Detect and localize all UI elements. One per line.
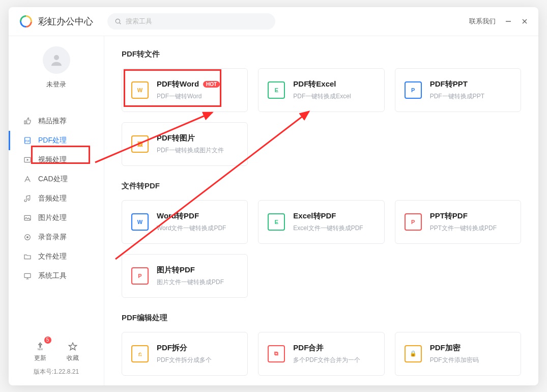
card-subtitle: PDF文件拆分成多个 xyxy=(157,356,212,365)
card-pdf-to-image[interactable]: 🖼 PDF转图片 PDF一键转换成图片文件 xyxy=(122,122,248,166)
card-grid: ⎌ PDF拆分 PDF文件拆分成多个 ⧉ PDF合并 多个PDF文件合并为一个 … xyxy=(122,332,521,376)
excel-icon: E xyxy=(268,213,285,231)
card-grid: W Word转PDF Word文件一键转换成PDF E Excel转PDF Ex… xyxy=(122,200,521,298)
svg-marker-13 xyxy=(27,159,29,161)
svg-marker-21 xyxy=(69,343,76,350)
card-title: PDF加密 xyxy=(430,343,479,353)
sidebar-item-label: 精品推荐 xyxy=(38,117,67,126)
card-title: PDF转Word xyxy=(157,79,199,89)
sidebar-item-cad[interactable]: CAD处理 xyxy=(9,170,104,189)
svg-rect-14 xyxy=(24,215,31,220)
card-image-to-pdf[interactable]: P 图片转PDF 图片文件一键转换成PDF xyxy=(122,254,248,298)
image-file-icon: 🖼 xyxy=(131,135,149,153)
card-title: Word转PDF xyxy=(157,211,226,221)
sidebar-item-label: CAD处理 xyxy=(38,175,68,184)
avatar xyxy=(43,46,70,74)
audio-icon xyxy=(23,194,32,203)
excel-icon: E xyxy=(268,81,285,99)
favorite-label: 收藏 xyxy=(67,354,79,362)
card-subtitle: Word文件一键转换成PDF xyxy=(157,224,226,233)
update-button[interactable]: 5 NEW 更新 xyxy=(34,341,46,362)
app-window: 彩虹办公中心 联系我们 xyxy=(9,7,538,385)
card-ppt-to-pdf[interactable]: P PPT转PDF PPT文件一键转换成PDF xyxy=(395,200,521,244)
card-subtitle: 多个PDF文件合并为一个 xyxy=(293,356,360,365)
word-icon: W xyxy=(131,213,149,231)
card-subtitle: PDF文件添加密码 xyxy=(430,356,479,365)
card-pdf-encrypt[interactable]: 🔒 PDF加密 PDF文件添加密码 xyxy=(395,332,521,376)
sidebar-item-label: 文件处理 xyxy=(38,252,67,261)
video-icon xyxy=(23,155,32,164)
login-label: 未登录 xyxy=(46,80,66,89)
sidebar-item-label: 图片处理 xyxy=(38,213,67,222)
sidebar-item-video[interactable]: 视频处理 xyxy=(9,150,104,170)
svg-point-4 xyxy=(116,19,120,23)
card-title: PDF合并 xyxy=(293,343,360,353)
minimize-icon xyxy=(505,18,511,24)
card-word-to-pdf[interactable]: W Word转PDF Word文件一键转换成PDF xyxy=(122,200,248,244)
card-title: PDF拆分 xyxy=(157,343,212,353)
card-subtitle: Excel文件一键转换成PDF xyxy=(293,224,363,233)
section-title: PDF转文件 xyxy=(122,49,521,59)
sidebar-item-label: 视频处理 xyxy=(38,155,67,164)
user-block[interactable]: 未登录 xyxy=(9,36,104,101)
pdf-icon: PDF xyxy=(23,136,32,145)
sidebar-item-label: PDF处理 xyxy=(38,136,67,145)
card-subtitle: PDF一键转换成Excel xyxy=(293,92,351,101)
card-subtitle: PDF一键转Word xyxy=(157,92,220,101)
svg-point-16 xyxy=(26,236,28,238)
search-box[interactable] xyxy=(107,13,275,30)
sidebar-item-record[interactable]: 录音录屏 xyxy=(9,228,104,247)
cad-icon xyxy=(23,175,32,184)
search-icon xyxy=(114,18,122,25)
sidebar-item-label: 录音录屏 xyxy=(38,233,67,242)
card-pdf-to-word[interactable]: W PDF转Word HOT PDF一键转Word xyxy=(122,68,248,112)
user-icon xyxy=(49,52,64,68)
search-input[interactable] xyxy=(126,17,268,25)
card-subtitle: PDF一键转换成PPT xyxy=(430,92,484,101)
favorite-button[interactable]: 收藏 xyxy=(67,341,79,362)
card-pdf-to-excel[interactable]: E PDF转Excel PDF一键转换成Excel xyxy=(258,68,384,112)
image-icon xyxy=(23,213,32,222)
card-excel-to-pdf[interactable]: E Excel转PDF Excel文件一键转换成PDF xyxy=(258,200,384,244)
card-subtitle: PPT文件一键转换成PDF xyxy=(430,224,497,233)
pdf-file-icon: P xyxy=(131,267,149,285)
sidebar-footer: 5 NEW 更新 收藏 版本号:1.22.8.21 xyxy=(9,341,104,385)
card-title: PPT转PDF xyxy=(430,211,497,221)
titlebar-right: 联系我们 xyxy=(469,17,528,26)
titlebar: 彩虹办公中心 联系我们 xyxy=(9,7,538,36)
svg-line-5 xyxy=(120,22,121,24)
sidebar-item-system[interactable]: 系统工具 xyxy=(9,266,104,286)
version-label: 版本号:1.22.8.21 xyxy=(9,368,104,376)
lock-icon: 🔒 xyxy=(405,345,422,362)
sidebar-item-audio[interactable]: 音频处理 xyxy=(9,189,104,208)
update-label: 更新 xyxy=(34,354,46,362)
close-button[interactable] xyxy=(521,18,528,25)
card-pdf-merge[interactable]: ⧉ PDF合并 多个PDF文件合并为一个 xyxy=(258,332,384,376)
sidebar-item-file[interactable]: 文件处理 xyxy=(9,247,104,266)
card-title: PDF转PPT xyxy=(430,79,484,89)
contact-us-link[interactable]: 联系我们 xyxy=(469,17,496,26)
update-icon: NEW xyxy=(35,341,46,352)
sidebar-item-featured[interactable]: 精品推荐 xyxy=(9,111,104,131)
sidebar-item-image[interactable]: 图片处理 xyxy=(9,208,104,228)
word-icon: W xyxy=(131,81,149,99)
card-title: Excel转PDF xyxy=(293,211,363,221)
card-title: PDF转Excel xyxy=(293,79,351,89)
body: 未登录 精品推荐 PDF PDF处理 xyxy=(9,36,538,385)
minimize-button[interactable] xyxy=(505,18,512,25)
svg-rect-17 xyxy=(24,273,31,277)
card-subtitle: 图片文件一键转换成PDF xyxy=(157,278,224,287)
sidebar-item-pdf[interactable]: PDF PDF处理 xyxy=(9,131,104,150)
card-subtitle: PDF一键转换成图片文件 xyxy=(157,146,224,155)
folder-icon xyxy=(23,252,32,261)
card-title: PDF转图片 xyxy=(157,133,224,143)
card-title: 图片转PDF xyxy=(157,265,224,275)
card-pdf-to-ppt[interactable]: P PDF转PPT PDF一键转换成PPT xyxy=(395,68,521,112)
card-pdf-split[interactable]: ⎌ PDF拆分 PDF文件拆分成多个 xyxy=(122,332,248,376)
section-title: 文件转PDF xyxy=(122,181,521,191)
nav: 精品推荐 PDF PDF处理 视频处理 xyxy=(9,111,104,286)
sidebar: 未登录 精品推荐 PDF PDF处理 xyxy=(9,36,104,385)
sidebar-item-label: 系统工具 xyxy=(38,271,67,281)
ppt-icon: P xyxy=(405,81,422,99)
hot-badge: HOT xyxy=(203,81,220,88)
